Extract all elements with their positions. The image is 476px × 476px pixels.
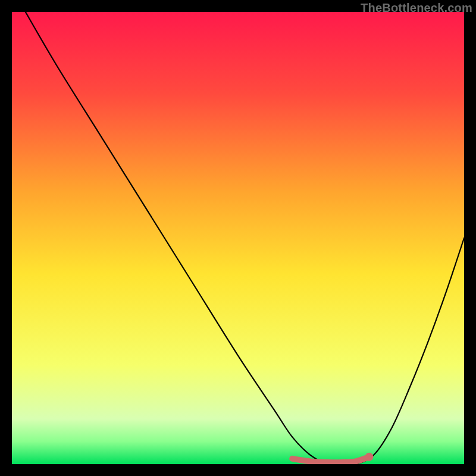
chart-svg xyxy=(12,12,464,464)
point-optimal-end-dot xyxy=(365,453,373,461)
gradient-background xyxy=(12,12,464,464)
plot-area xyxy=(12,12,464,464)
watermark-text: TheBottleneck.com xyxy=(361,1,472,15)
chart-frame: TheBottleneck.com xyxy=(0,0,476,476)
